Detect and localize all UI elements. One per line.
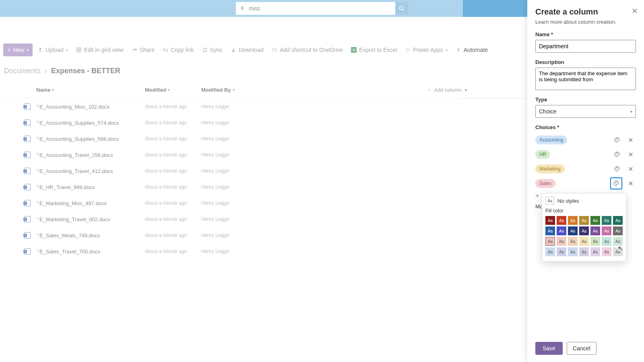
color-swatch[interactable]: Aa [579, 237, 589, 246]
palette-icon [614, 151, 620, 158]
color-swatch[interactable]: Aa [613, 226, 623, 235]
color-picker-popup: Aa No styles Fill color AaAaAaAaAaAaAaAa… [542, 193, 626, 259]
remove-choice-button[interactable] [625, 164, 636, 174]
svg-point-12 [615, 182, 616, 183]
color-swatch[interactable]: Aa [602, 247, 611, 256]
close-button[interactable] [632, 8, 638, 15]
svg-point-13 [617, 182, 617, 183]
no-style-swatch[interactable]: Aa [545, 197, 554, 205]
choice-row: Marketing [535, 162, 636, 176]
color-swatch[interactable]: Aa [590, 216, 600, 225]
choice-pill[interactable]: Accounting [535, 136, 567, 144]
svg-point-11 [615, 183, 615, 183]
color-swatch[interactable]: Aa [568, 237, 578, 246]
choices-label: Choices * [535, 124, 636, 130]
chevron-down-icon: ▾ [465, 88, 467, 92]
palette-icon [613, 180, 619, 187]
color-swatch[interactable]: Aa [590, 237, 600, 246]
remove-choice-button[interactable] [625, 178, 636, 189]
color-swatch[interactable]: Aa [602, 226, 611, 235]
remove-choice-button[interactable] [625, 135, 636, 145]
choice-pill[interactable]: Marketing [535, 165, 565, 173]
svg-point-6 [616, 153, 617, 154]
color-swatch[interactable]: Aa [568, 247, 578, 256]
choice-row: Sales [535, 176, 636, 191]
color-swatch[interactable]: Aa [579, 216, 589, 225]
palette-button[interactable] [610, 177, 622, 189]
svg-point-2 [615, 139, 616, 140]
type-label: Type [535, 97, 636, 103]
close-icon [628, 167, 633, 171]
color-swatch[interactable]: Aa [579, 247, 589, 256]
palette-icon [614, 137, 620, 143]
close-icon [628, 138, 633, 142]
choice-row: Accounting [535, 133, 636, 147]
color-swatch[interactable]: Aa [602, 237, 611, 246]
name-label: Name * [535, 31, 636, 37]
palette-button[interactable] [612, 164, 622, 174]
color-swatch[interactable]: Aa [613, 247, 623, 256]
svg-point-4 [617, 138, 618, 139]
no-styles-label[interactable]: No styles [557, 198, 579, 204]
color-swatch[interactable]: Aa [568, 226, 578, 235]
choice-row: HR [535, 147, 636, 162]
choice-pill[interactable]: HR [535, 150, 550, 159]
color-swatch[interactable]: Aa [557, 247, 566, 256]
description-label: Description [535, 59, 636, 65]
svg-point-7 [617, 153, 618, 154]
color-swatch[interactable]: Aa [545, 226, 555, 235]
name-input[interactable] [535, 40, 636, 53]
color-swatch[interactable]: Aa [557, 237, 566, 246]
color-swatch[interactable]: Aa [579, 226, 589, 235]
svg-point-10 [617, 167, 618, 168]
svg-point-9 [616, 167, 617, 168]
color-swatch[interactable]: Aa [568, 216, 578, 225]
color-swatch[interactable]: Aa [557, 216, 566, 225]
svg-point-5 [615, 154, 616, 154]
modal-overlay [0, 0, 463, 259]
choice-pill[interactable]: Sales [535, 179, 555, 188]
close-icon [632, 8, 638, 14]
color-swatch[interactable]: Aa [602, 216, 611, 225]
panel-title: Create a column [535, 7, 636, 16]
color-swatch[interactable]: Aa [545, 216, 555, 225]
color-swatch[interactable]: Aa [613, 237, 623, 246]
color-swatch[interactable]: Aa [545, 237, 555, 246]
svg-point-8 [615, 168, 616, 169]
color-swatch[interactable]: Aa [590, 247, 600, 256]
remove-choice-button[interactable] [625, 149, 636, 160]
palette-icon [614, 166, 620, 172]
palette-button[interactable] [612, 135, 622, 145]
color-swatch[interactable]: Aa [613, 216, 623, 225]
color-swatch[interactable]: Aa [545, 247, 555, 256]
color-swatch[interactable]: Aa [590, 226, 600, 235]
fill-color-label: Fill color [545, 208, 623, 214]
svg-point-3 [616, 138, 617, 139]
chevron-down-icon: ▾ [630, 109, 632, 114]
panel-subtitle[interactable]: Learn more about column creation. [535, 19, 636, 25]
type-select[interactable]: Choice ▾ [535, 105, 636, 118]
description-input[interactable]: The department that the expense item is … [535, 68, 636, 90]
close-icon [628, 152, 633, 157]
palette-button[interactable] [612, 149, 622, 160]
color-swatch[interactable]: Aa [557, 226, 566, 235]
close-icon [628, 181, 633, 186]
